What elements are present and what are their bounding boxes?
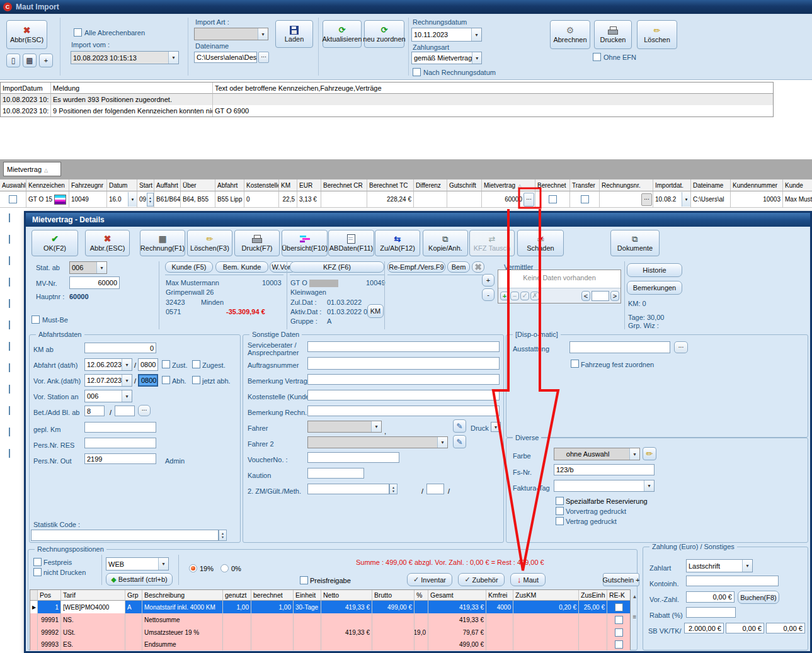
pos-col[interactable]: Pos — [38, 590, 61, 601]
col-auffahrt[interactable]: Auffahrt — [154, 179, 181, 191]
druck-mini-combo[interactable] — [491, 422, 501, 432]
rechnung-button[interactable]: Rechnung(F1) — [140, 230, 185, 256]
vermittler-listbox[interactable]: Keine Daten vorhanden + − ✓ ✗ < > — [498, 270, 621, 304]
festpreis-checkbox[interactable] — [33, 558, 42, 566]
rek-checkbox[interactable] — [615, 603, 623, 611]
dateiname-input[interactable]: C:\Users\alena\Desk — [194, 52, 257, 63]
fs-nr-input[interactable]: 123/b — [554, 464, 655, 475]
dialog-titlebar[interactable]: Mietvertrag - Details — [26, 213, 810, 227]
nav-prev-button[interactable]: < — [581, 291, 590, 301]
row-select-checkbox[interactable] — [9, 363, 10, 372]
group-by-mietvertrag[interactable]: Mietvertrag — [3, 162, 61, 176]
abh-checkbox[interactable] — [162, 376, 170, 384]
row-select-checkbox[interactable] — [9, 278, 10, 287]
transfer-checkbox[interactable] — [581, 195, 589, 203]
dokumente-button[interactable]: Dokumente — [610, 230, 660, 256]
maut-button[interactable]: Maut — [510, 573, 546, 586]
inventar-button[interactable]: ✓Inventar — [407, 573, 452, 586]
col-fahrzeugnr[interactable]: Fahrzeugnr — [69, 179, 107, 191]
persnr-res-input[interactable] — [84, 438, 156, 448]
historie-button[interactable]: Historie — [627, 263, 682, 277]
col-kostenstelle[interactable]: Kostenstelle — [244, 179, 279, 191]
bemerkung-vertrag-input[interactable] — [307, 374, 500, 385]
loeschen-f3-button[interactable]: Löschen(F3) — [187, 230, 232, 256]
genutzt-col[interactable]: genutzt — [223, 590, 251, 601]
col-berechnet[interactable]: Berechnet — [535, 179, 570, 191]
col-kunde[interactable]: Kunde — [783, 179, 812, 191]
rek-checkbox[interactable] — [615, 640, 623, 649]
row-select-checkbox[interactable] — [9, 235, 10, 244]
zu-ab-button[interactable]: Zu/Ab(F12) — [375, 230, 420, 256]
col-datum[interactable]: Datum — [107, 179, 137, 191]
besttarif-button[interactable]: ◆Besttarif (ctrl+b) — [106, 573, 173, 586]
rechnungsnr-browse-button[interactable] — [641, 193, 652, 206]
abort-button[interactable]: Abbr(ESC) — [6, 20, 47, 49]
vermittler-add-button[interactable]: + — [482, 274, 495, 287]
statistik-spinner[interactable] — [219, 530, 227, 541]
buchen-button[interactable]: Buchen(F8) — [738, 591, 779, 604]
domino-empty-button[interactable] — [6, 54, 20, 67]
faktura-tag-combo[interactable] — [554, 480, 655, 492]
kunde-f5-button[interactable]: Kunde (F5) — [165, 261, 213, 273]
tarifgruppe-combo[interactable]: WEB — [106, 557, 169, 571]
import-art-combo[interactable] — [194, 28, 268, 40]
zust-checkbox[interactable] — [162, 360, 170, 368]
statistik-code-input[interactable] — [31, 530, 219, 541]
message-row[interactable]: 10.08.2023 10: 9 Positionen der folgende… — [1, 105, 773, 116]
re-empf-button[interactable]: Re-Empf./Vers.F9 — [387, 261, 445, 273]
auftragsnummer-input[interactable] — [307, 357, 500, 370]
plus-button[interactable]: + — [39, 54, 53, 67]
col-importdat[interactable]: Importdat. — [653, 179, 691, 191]
alle-abrechenbaren-checkbox[interactable] — [74, 28, 82, 37]
row-select-checkbox[interactable] — [9, 213, 10, 222]
bet-input[interactable]: 8 — [84, 406, 105, 416]
zahlart-combo[interactable]: Lastschrift — [686, 559, 753, 572]
datum-combo[interactable]: 16.0 — [107, 191, 137, 207]
bet-browse-button[interactable] — [138, 405, 151, 416]
col-auswahl[interactable]: Auswahl — [0, 179, 26, 191]
row-select-checkbox[interactable] — [9, 406, 10, 415]
aktualisieren-button[interactable]: Aktualisieren — [323, 20, 362, 48]
sb-3-input[interactable]: 0,00 € — [766, 623, 805, 633]
zm-spinner[interactable] — [389, 484, 397, 494]
vor-zahl-input[interactable]: 0,00 € — [686, 591, 735, 603]
schaden-button[interactable]: Schaden — [517, 230, 564, 256]
netto-col[interactable]: Netto — [321, 590, 372, 601]
col-km[interactable]: KM — [279, 179, 297, 191]
zm-gueltigkeit-input[interactable] — [426, 484, 444, 494]
grp-col[interactable]: Grp — [125, 590, 142, 601]
loeschen-button[interactable]: Löschen — [637, 20, 677, 49]
bem-kunde-button[interactable]: Bem. Kunde — [215, 261, 268, 273]
km-ab-input[interactable]: 0 — [84, 343, 156, 353]
fahrzeug-fest-checkbox[interactable] — [571, 360, 579, 368]
row-select-checkbox[interactable] — [9, 342, 10, 351]
mietvertrag-details-button[interactable] — [523, 193, 534, 207]
ohne-efn-checkbox[interactable] — [593, 53, 601, 61]
vorvertrag-checkbox[interactable] — [556, 507, 564, 515]
nav-next-button[interactable]: > — [610, 291, 619, 301]
import-vom-combo[interactable]: 10.08.2023 10:15:13 — [71, 51, 179, 64]
assign-driver-button[interactable] — [453, 419, 466, 433]
zugest-checkbox[interactable] — [192, 360, 200, 368]
col-gutschrift[interactable]: Gutschrift — [447, 179, 482, 191]
sb-tk-input[interactable]: 0,00 € — [726, 623, 764, 633]
zubehoer-button[interactable]: ✓Zubehör — [458, 573, 505, 586]
rabatt-input[interactable] — [686, 607, 736, 618]
mv-nr-input[interactable]: 60000 — [69, 276, 120, 289]
drucken-button[interactable]: Drucken — [594, 20, 632, 49]
vertrag-gedruckt-checkbox[interactable] — [556, 517, 564, 525]
kfz-f6-button[interactable]: KFZ (F6) — [290, 261, 384, 273]
uebersicht-button[interactable]: Übersicht(F10) — [282, 230, 328, 256]
jetzt-abh-checkbox[interactable] — [192, 376, 200, 384]
table-row[interactable]: GT O 15 10049 16.0 09 B61/B64 B64, B55 B… — [0, 191, 812, 208]
vermittler-remove-button[interactable]: - — [482, 288, 495, 301]
zm-input[interactable] — [307, 484, 389, 494]
domino-filled-button[interactable] — [23, 54, 37, 67]
col-start[interactable]: Start — [137, 179, 154, 191]
kontoinh-input[interactable] — [686, 576, 779, 586]
start-spinner[interactable]: 09 — [137, 191, 154, 207]
row-select-checkbox[interactable] — [9, 321, 10, 329]
bem-button[interactable]: Bem — [447, 261, 470, 273]
assign-driver2-button[interactable] — [453, 435, 466, 448]
gutschein-button[interactable]: Gutschein + — [603, 573, 639, 586]
